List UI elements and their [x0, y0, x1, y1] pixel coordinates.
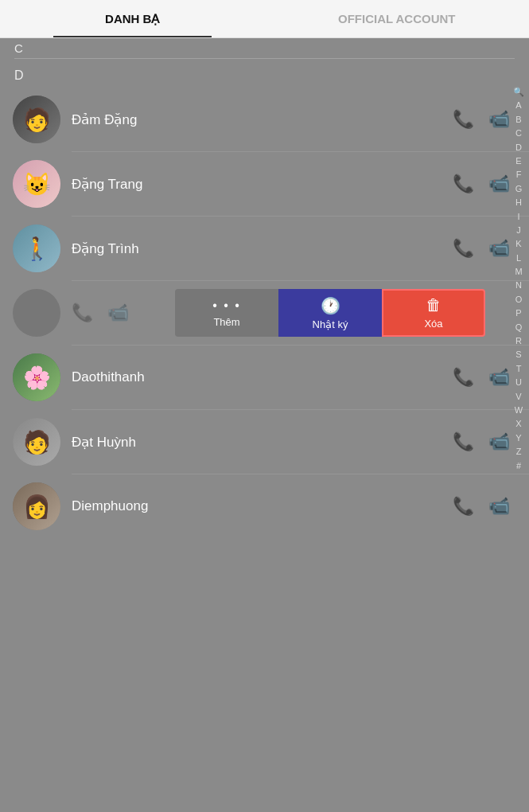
video-icon-dang-trinh[interactable]: 📹	[488, 238, 510, 259]
phone-icon-dang-trang[interactable]: 📞	[453, 174, 474, 194]
contact-actions-dang-trinh: 📞 📹	[453, 238, 510, 259]
phone-icon-diemphuong[interactable]: 📞	[453, 496, 474, 517]
tab-danh-ba-label: DANH BẠ	[105, 12, 159, 26]
avatar-dang-trang: 😺	[13, 160, 60, 208]
alpha-r[interactable]: R	[515, 335, 522, 347]
swiped-row-icons: 📞 📹	[72, 303, 129, 323]
phone-icon-dat-huynh[interactable]: 📞	[453, 431, 474, 452]
contact-row-diemphuong[interactable]: 👩 Diemphuong 📞 📹	[0, 474, 529, 538]
alpha-q[interactable]: Q	[515, 322, 523, 334]
more-dots-icon: • • •	[212, 299, 241, 313]
alpha-f[interactable]: F	[516, 169, 522, 181]
alpha-h[interactable]: H	[515, 197, 522, 209]
alpha-search[interactable]: 🔍	[513, 86, 524, 98]
alpha-o[interactable]: O	[515, 294, 523, 306]
alpha-s[interactable]: S	[515, 349, 521, 361]
contact-actions-dang-trang: 📞 📹	[453, 174, 510, 194]
alpha-p[interactable]: P	[515, 307, 521, 319]
phone-icon-daothithanh[interactable]: 📞	[453, 367, 474, 388]
avatar-dam-dang: 🧑	[13, 96, 60, 143]
alpha-w[interactable]: W	[515, 404, 523, 416]
alpha-j[interactable]: J	[516, 224, 521, 236]
video-icon-swiped: 📹	[107, 303, 129, 323]
video-icon-dam-dang[interactable]: 📹	[488, 109, 510, 130]
avatar-daothithanh: 🌸	[13, 353, 60, 401]
alpha-v[interactable]: V	[515, 391, 521, 403]
alpha-u[interactable]: U	[515, 377, 522, 388]
alpha-a[interactable]: A	[515, 100, 521, 111]
alpha-d[interactable]: D	[515, 142, 522, 154]
alpha-c[interactable]: C	[515, 127, 522, 139]
history-label: Nhật ký	[313, 318, 348, 330]
delete-trash-icon: 🗑	[426, 296, 441, 314]
avatar-dat-huynh: 🧑	[13, 418, 60, 466]
alpha-m[interactable]: M	[515, 266, 522, 278]
alpha-i[interactable]: I	[517, 211, 519, 223]
video-icon-dang-trang[interactable]: 📹	[488, 174, 510, 194]
more-label: Thêm	[213, 316, 239, 328]
alpha-t[interactable]: T	[516, 363, 522, 375]
contact-name-dang-trang: Đặng Trang	[72, 176, 453, 193]
contact-actions-dat-huynh: 📞 📹	[453, 431, 510, 452]
contact-name-dam-dang: Đảm Đặng	[72, 111, 453, 128]
alpha-e[interactable]: E	[515, 155, 521, 167]
alpha-k[interactable]: K	[515, 238, 521, 250]
history-clock-icon: 🕐	[321, 296, 340, 315]
tab-bar: DANH BẠ OFFICIAL ACCOUNT	[0, 0, 529, 38]
phone-icon-swiped: 📞	[72, 303, 93, 323]
swipe-more-button[interactable]: • • • Thêm	[175, 289, 278, 337]
alpha-hash[interactable]: #	[516, 460, 521, 472]
swipe-delete-button[interactable]: 🗑 Xóa	[382, 289, 485, 337]
alpha-y[interactable]: Y	[515, 432, 521, 444]
phone-icon-dang-trinh[interactable]: 📞	[453, 238, 474, 259]
section-c-header: C	[0, 38, 529, 61]
video-icon-daothithanh[interactable]: 📹	[488, 367, 510, 388]
alpha-l[interactable]: L	[516, 252, 521, 264]
video-icon-diemphuong[interactable]: 📹	[488, 496, 510, 517]
contact-name-daothithanh: Daothithanh	[72, 369, 453, 385]
contact-name-diemphuong: Diemphuong	[72, 498, 453, 514]
alpha-g[interactable]: G	[515, 183, 523, 195]
contact-row-dang-trang[interactable]: 😺 Đặng Trang 📞 📹	[0, 152, 529, 216]
section-d-header: D	[0, 61, 529, 88]
avatar-diemphuong: 👩	[13, 482, 60, 530]
swipe-history-button[interactable]: 🕐 Nhật ký	[278, 289, 382, 337]
contact-actions-diemphuong: 📞 📹	[453, 496, 510, 517]
contact-row-dang-trinh[interactable]: 🚶 Đặng Trình 📞 📹	[0, 217, 529, 280]
alpha-n[interactable]: N	[515, 279, 522, 291]
delete-label: Xóa	[424, 318, 442, 330]
alpha-b[interactable]: B	[515, 114, 521, 126]
contact-row-dat-huynh[interactable]: 🧑 Đạt Huỳnh 📞 📹	[0, 410, 529, 474]
contact-actions-daothithanh: 📞 📹	[453, 367, 510, 388]
contact-row-daothithanh[interactable]: 🌸 Daothithanh 📞 📹	[0, 345, 529, 409]
tab-official-account[interactable]: OFFICIAL ACCOUNT	[265, 0, 530, 37]
alpha-x[interactable]: X	[515, 418, 521, 430]
video-icon-dat-huynh[interactable]: 📹	[488, 431, 510, 452]
swipe-actions-panel: • • • Thêm 🕐 Nhật ký 🗑 Xóa	[175, 289, 485, 337]
tab-danh-ba[interactable]: DANH BẠ	[0, 0, 265, 37]
avatar-swiped	[13, 289, 60, 337]
tab-official-account-label: OFFICIAL ACCOUNT	[338, 12, 456, 25]
avatar-dang-trinh: 🚶	[13, 224, 60, 272]
contact-name-dang-trinh: Đặng Trình	[72, 240, 453, 257]
contact-row-dam-dang[interactable]: 🧑 Đảm Đặng 📞 📹	[0, 88, 529, 151]
contact-name-dat-huynh: Đạt Huỳnh	[72, 434, 453, 451]
contact-actions-dam-dang: 📞 📹	[453, 109, 510, 130]
alpha-z[interactable]: Z	[516, 446, 522, 458]
swipe-action-row: 📞 📹 • • • Thêm 🕐 Nhật ký 🗑 Xóa	[0, 281, 529, 345]
contact-list: C D 🧑 Đảm Đặng 📞 📹 😺 Đặng Trang 📞 📹 🚶	[0, 38, 529, 812]
alphabet-index[interactable]: 🔍 A B C D E F G H I J K L M N O P Q R S …	[513, 86, 524, 472]
phone-icon-dam-dang[interactable]: 📞	[453, 109, 474, 130]
